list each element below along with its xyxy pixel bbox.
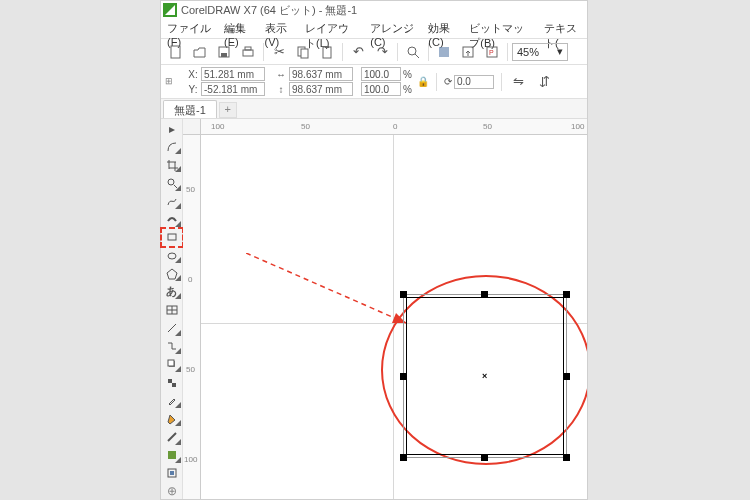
svg-rect-0 <box>171 46 180 58</box>
handle-tl[interactable] <box>400 291 407 298</box>
canvas[interactable]: × <box>201 135 587 499</box>
handle-br[interactable] <box>563 454 570 461</box>
outline-tool[interactable] <box>163 429 181 444</box>
dimension-tool[interactable] <box>163 321 181 336</box>
interactive-fill-tool[interactable] <box>163 448 181 463</box>
handle-tr[interactable] <box>563 291 570 298</box>
transparency-tool[interactable] <box>163 375 181 390</box>
freehand-tool[interactable] <box>163 194 181 209</box>
svg-rect-28 <box>168 451 176 459</box>
width-icon: ↔ <box>275 69 287 80</box>
ruler-origin[interactable] <box>183 119 201 135</box>
selection-center-mark[interactable]: × <box>482 371 487 381</box>
svg-rect-3 <box>243 50 253 56</box>
publish-button[interactable]: P <box>481 41 503 63</box>
svg-point-18 <box>168 253 176 259</box>
document-tabs: 無題-1 + <box>161 99 587 119</box>
eyedropper-tool[interactable] <box>163 393 181 408</box>
svg-rect-27 <box>172 383 176 387</box>
svg-line-16 <box>174 185 177 188</box>
svg-rect-2 <box>221 53 227 57</box>
smart-fill-tool[interactable] <box>163 466 181 481</box>
add-tab-button[interactable]: + <box>219 102 237 118</box>
connector-tool[interactable] <box>163 339 181 354</box>
angle-input[interactable]: 0.0 <box>454 75 494 89</box>
handle-bc[interactable] <box>481 454 488 461</box>
paste-button[interactable] <box>316 41 338 63</box>
scale-x-input[interactable]: 100.0 <box>361 67 401 81</box>
menu-arrange[interactable]: アレンジ(C) <box>370 21 416 36</box>
handle-mr[interactable] <box>563 373 570 380</box>
export-button[interactable] <box>457 41 479 63</box>
tab-document[interactable]: 無題-1 <box>163 100 217 118</box>
menu-layout[interactable]: レイアウト(L) <box>305 21 358 36</box>
menu-view[interactable]: 表示(V) <box>265 21 293 36</box>
svg-text:P: P <box>489 49 494 56</box>
save-button[interactable] <box>213 41 235 63</box>
handle-bl[interactable] <box>400 454 407 461</box>
property-bar: ⊞ X:51.281 mm Y:-52.181 mm ↔98.637 mm ↕9… <box>161 65 587 99</box>
menu-text[interactable]: テキスト( <box>544 21 581 36</box>
redo-button[interactable]: ↷ <box>371 41 393 63</box>
svg-rect-7 <box>323 47 331 58</box>
svg-rect-6 <box>301 49 308 58</box>
table-tool[interactable] <box>163 302 181 317</box>
shape-tool[interactable] <box>163 139 181 154</box>
handle-tc[interactable] <box>481 291 488 298</box>
text-tool[interactable]: あ <box>163 284 181 299</box>
standard-toolbar: ✂ ↶ ↷ P 45%▾ <box>161 39 587 65</box>
svg-point-15 <box>168 179 174 185</box>
pick-tool[interactable]: ▸ <box>163 121 181 136</box>
menu-bitmap[interactable]: ビットマップ(B) <box>469 21 532 36</box>
horizontal-ruler[interactable]: 100 50 0 50 100 <box>201 119 587 135</box>
vertical-ruler[interactable]: 50 0 50 100 <box>183 135 201 499</box>
print-button[interactable] <box>237 41 259 63</box>
crop-tool[interactable] <box>163 157 181 172</box>
scale-y-input[interactable]: 100.0 <box>361 82 401 96</box>
height-icon: ↕ <box>275 84 287 95</box>
undo-button[interactable]: ↶ <box>347 41 369 63</box>
menubar: ファイル(F) 編集(E) 表示(V) レイアウト(L) アレンジ(C) 効果(… <box>161 19 587 39</box>
polygon-tool[interactable] <box>163 266 181 281</box>
height-input[interactable]: 98.637 mm <box>289 82 353 96</box>
rotate-icon: ⟳ <box>444 76 452 87</box>
lock-ratio-button[interactable]: 🔒 <box>416 68 430 96</box>
quick-customize-button[interactable]: ⊕ <box>163 484 181 499</box>
fill-tool[interactable] <box>163 411 181 426</box>
mirror-v-button[interactable]: ⇵ <box>534 71 556 93</box>
svg-rect-26 <box>168 379 172 383</box>
ellipse-tool[interactable] <box>163 248 181 263</box>
open-button[interactable] <box>189 41 211 63</box>
rectangle-tool[interactable] <box>163 230 181 245</box>
menu-edit[interactable]: 編集(E) <box>224 21 252 36</box>
svg-line-31 <box>246 253 406 323</box>
cut-button[interactable]: ✂ <box>268 41 290 63</box>
menu-file[interactable]: ファイル(F) <box>167 21 212 36</box>
x-input[interactable]: 51.281 mm <box>201 67 265 81</box>
new-button[interactable] <box>165 41 187 63</box>
y-input[interactable]: -52.181 mm <box>201 82 265 96</box>
import-button[interactable] <box>433 41 455 63</box>
handle-ml[interactable] <box>400 373 407 380</box>
x-label: X: <box>187 69 199 80</box>
svg-rect-11 <box>439 47 449 57</box>
search-button[interactable] <box>402 41 424 63</box>
canvas-area: 100 50 0 50 100 50 0 50 100 <box>183 119 587 499</box>
svg-rect-17 <box>168 234 176 240</box>
artistic-media-tool[interactable] <box>163 212 181 227</box>
app-window: CorelDRAW X7 (64 ビット) - 無題-1 ファイル(F) 編集(… <box>160 0 588 500</box>
mirror-h-button[interactable]: ⇋ <box>508 71 530 93</box>
svg-rect-8 <box>325 46 329 48</box>
workarea: ▸ あ ⊕ 100 50 <box>161 119 587 499</box>
width-input[interactable]: 98.637 mm <box>289 67 353 81</box>
zoom-tool[interactable] <box>163 175 181 190</box>
svg-point-9 <box>408 47 416 55</box>
annotation-arrow <box>246 253 416 333</box>
zoom-combo[interactable]: 45%▾ <box>512 43 568 61</box>
svg-rect-30 <box>170 471 174 475</box>
copy-button[interactable] <box>292 41 314 63</box>
svg-line-23 <box>168 324 176 332</box>
menu-effects[interactable]: 効果(C) <box>428 21 457 36</box>
drop-shadow-tool[interactable] <box>163 357 181 372</box>
position-icon: ⊞ <box>165 77 183 86</box>
